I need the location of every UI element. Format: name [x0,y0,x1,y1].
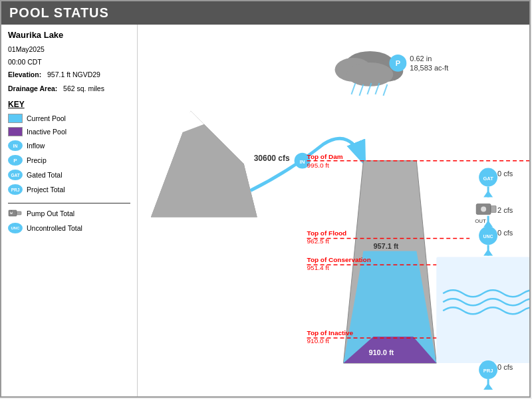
time-value: 00:00 CDT [8,58,42,66]
svg-rect-1 [17,211,21,215]
svg-point-24 [481,207,486,212]
key-item-precip: P Precip [8,155,130,166]
svg-text:IN: IN [300,159,305,165]
unc-label: Uncontrolled Total [27,224,82,232]
pump-label: Pump Out Total [27,209,74,217]
main-container: POOL STATUS Waurika Lake 01May2025 00:00… [0,0,531,398]
elevation-label: Elevation: [8,70,41,78]
svg-line-8 [351,83,355,94]
prj-badge: PRJ [8,184,23,195]
left-panel: Waurika Lake 01May2025 00:00 CDT Elevati… [1,25,138,396]
elevation-row: Elevation: 957.1 ft NGVD29 [8,70,130,80]
diagram-area: P 0.62 in 18,583 ac-ft 30600 cfs IN [138,25,529,396]
key-item-inflow: IN Inflow [8,140,130,151]
top-flood-label: Top of Flood [307,229,347,237]
diagram-svg: P 0.62 in 18,583 ac-ft 30600 cfs IN [138,25,529,396]
date-row: 01May2025 [8,45,130,55]
pump-icon [8,208,23,219]
svg-text:UNC: UNC [483,234,493,239]
inactive-elev-text: 910.0 ft [368,348,394,356]
lake-name: Waurika Lake [8,30,130,40]
key-item-uncontrolled: UNC Uncontrolled Total [8,223,130,233]
svg-point-7 [346,63,393,86]
key-divider [8,203,130,203]
inflow-label: Inflow [27,142,45,150]
top-inactive-ft: 910.0 ft [307,337,329,344]
svg-line-12 [383,84,387,96]
key-item-current-pool: Current Pool [8,114,130,123]
precip-badge: P [8,155,23,166]
top-flood-ft: 962.5 ft [307,237,329,245]
precip-label: Precip [27,156,47,164]
unc-value-text: 0 cfs [497,229,513,237]
key-item-project: PRJ Project Total [8,184,130,195]
drainage-value: 562 sq. miles [63,84,104,92]
svg-text:OUT: OUT [475,218,486,224]
key-title: KEY [8,100,130,109]
top-dam-label: Top of Dam [307,153,343,160]
top-dam-ft: 995.0 ft [307,162,329,169]
pump-out-group: OUT [475,204,496,225]
inactive-pool-swatch [8,127,23,136]
top-inactive-label: Top of Inactive [307,329,354,336]
inactive-pool-label: Inactive Pool [27,128,66,136]
precip-acft-text: 18,583 ac-ft [410,64,448,72]
gat-label: Gated Total [27,171,63,179]
svg-rect-23 [491,206,496,213]
precip-value-text: 0.62 in [410,55,432,63]
drainage-label: Drainage Area: [8,84,57,92]
gat-value-text: 0 cfs [497,170,513,178]
key-item-inactive-pool: Inactive Pool [8,127,130,136]
inflow-cfs-text: 30600 cfs [254,154,290,163]
out-value-text: 2 cfs [497,206,513,214]
unc-badge: UNC [8,223,23,233]
top-conservation-label: Top of Conservation [307,256,371,263]
page-title: POOL STATUS [1,1,529,25]
prj-value-text: 0 cfs [497,363,513,371]
svg-text:P: P [396,59,400,67]
inflow-badge: IN [8,140,23,151]
time-row: 00:00 CDT [8,57,130,68]
current-pool-swatch [8,114,23,123]
current-pool-label: Current Pool [27,114,66,122]
key-item-gated: GAT Gated Total [8,170,130,180]
prj-label: Project Total [27,186,65,194]
elevation-value: 957.1 ft NGVD29 [47,70,100,78]
key-item-pump: Pump Out Total [8,208,130,219]
mountain-right [151,111,257,217]
svg-line-9 [359,84,363,96]
date-value: 01May2025 [8,45,45,53]
content-area: Waurika Lake 01May2025 00:00 CDT Elevati… [1,25,529,396]
gat-badge: GAT [8,170,23,180]
svg-text:PRJ: PRJ [483,368,493,374]
current-elev-text: 957.1 ft [373,242,398,250]
svg-rect-0 [9,210,17,216]
top-conservation-ft: 951.4 ft [307,264,329,271]
drainage-row: Drainage Area: 562 sq. miles [8,84,130,92]
svg-text:GAT: GAT [483,176,493,182]
